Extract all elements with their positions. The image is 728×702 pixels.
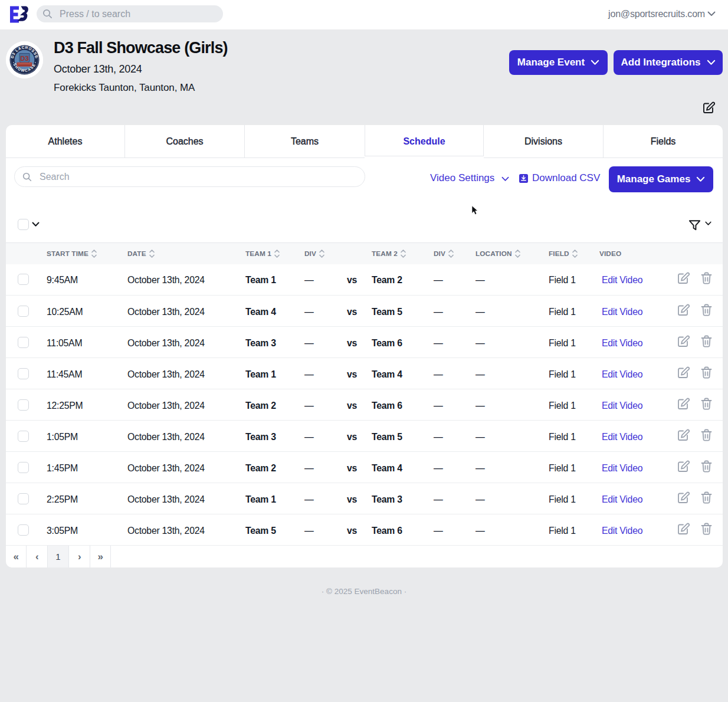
svg-text:D3: D3 xyxy=(20,55,29,62)
